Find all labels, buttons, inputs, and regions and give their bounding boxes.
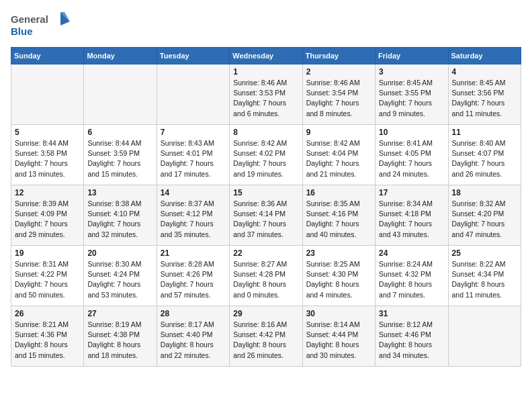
day-info: Sunrise: 8:14 AMSunset: 4:44 PMDaylight:… <box>306 320 371 361</box>
calendar-cell: 21Sunrise: 8:28 AMSunset: 4:26 PMDayligh… <box>157 246 229 306</box>
day-info: Sunrise: 8:17 AMSunset: 4:40 PMDaylight:… <box>161 320 226 361</box>
calendar-cell: 3Sunrise: 8:45 AMSunset: 3:55 PMDaylight… <box>375 64 448 125</box>
calendar-week-row: 5Sunrise: 8:44 AMSunset: 3:58 PMDaylight… <box>11 125 521 185</box>
calendar-cell: 8Sunrise: 8:42 AMSunset: 4:02 PMDaylight… <box>230 125 302 185</box>
calendar-cell: 12Sunrise: 8:39 AMSunset: 4:09 PMDayligh… <box>11 185 84 246</box>
calendar-cell: 16Sunrise: 8:35 AMSunset: 4:16 PMDayligh… <box>302 185 375 246</box>
day-number: 25 <box>452 248 517 258</box>
day-info: Sunrise: 8:39 AMSunset: 4:09 PMDaylight:… <box>15 199 80 240</box>
calendar-cell: 17Sunrise: 8:34 AMSunset: 4:18 PMDayligh… <box>375 185 448 246</box>
weekday-header-sunday: Sunday <box>11 48 84 64</box>
calendar-cell <box>11 64 84 125</box>
day-number: 29 <box>233 309 298 318</box>
day-info: Sunrise: 8:31 AMSunset: 4:22 PMDaylight:… <box>15 259 80 300</box>
day-number: 9 <box>306 128 371 137</box>
day-info: Sunrise: 8:24 AMSunset: 4:32 PMDaylight:… <box>379 259 444 300</box>
weekday-header-saturday: Saturday <box>448 48 521 64</box>
calendar-week-row: 1Sunrise: 8:46 AMSunset: 3:53 PMDaylight… <box>11 64 521 125</box>
logo-svg: General Blue <box>11 11 71 39</box>
calendar-cell: 7Sunrise: 8:43 AMSunset: 4:01 PMDaylight… <box>157 125 229 185</box>
calendar-cell: 4Sunrise: 8:45 AMSunset: 3:56 PMDaylight… <box>448 64 521 125</box>
day-info: Sunrise: 8:12 AMSunset: 4:46 PMDaylight:… <box>379 320 444 361</box>
day-info: Sunrise: 8:19 AMSunset: 4:38 PMDaylight:… <box>87 320 152 361</box>
day-info: Sunrise: 8:37 AMSunset: 4:12 PMDaylight:… <box>161 199 226 240</box>
weekday-header-friday: Friday <box>375 48 448 64</box>
svg-text:General: General <box>11 13 48 25</box>
calendar-cell: 11Sunrise: 8:40 AMSunset: 4:07 PMDayligh… <box>448 125 521 185</box>
day-info: Sunrise: 8:46 AMSunset: 3:53 PMDaylight:… <box>233 78 298 119</box>
weekday-header-row: SundayMondayTuesdayWednesdayThursdayFrid… <box>11 48 521 64</box>
calendar-cell: 30Sunrise: 8:14 AMSunset: 4:44 PMDayligh… <box>302 306 375 367</box>
day-number: 27 <box>87 309 152 318</box>
day-info: Sunrise: 8:42 AMSunset: 4:02 PMDaylight:… <box>233 138 298 179</box>
calendar-cell: 13Sunrise: 8:38 AMSunset: 4:10 PMDayligh… <box>84 185 157 246</box>
calendar-cell <box>84 64 157 125</box>
weekday-header-thursday: Thursday <box>302 48 375 64</box>
page-header: General Blue <box>11 11 521 39</box>
day-number: 12 <box>15 188 80 197</box>
day-info: Sunrise: 8:16 AMSunset: 4:42 PMDaylight:… <box>233 320 298 361</box>
calendar-cell: 23Sunrise: 8:25 AMSunset: 4:30 PMDayligh… <box>302 246 375 306</box>
day-info: Sunrise: 8:32 AMSunset: 4:20 PMDaylight:… <box>452 199 517 240</box>
calendar-cell: 1Sunrise: 8:46 AMSunset: 3:53 PMDaylight… <box>230 64 302 125</box>
day-number: 2 <box>306 67 371 77</box>
calendar-cell: 19Sunrise: 8:31 AMSunset: 4:22 PMDayligh… <box>11 246 84 306</box>
day-number: 26 <box>15 309 80 318</box>
day-number: 17 <box>379 188 444 197</box>
day-number: 15 <box>233 188 298 197</box>
calendar-week-row: 19Sunrise: 8:31 AMSunset: 4:22 PMDayligh… <box>11 246 521 306</box>
day-number: 22 <box>233 248 298 258</box>
day-info: Sunrise: 8:30 AMSunset: 4:24 PMDaylight:… <box>87 259 152 300</box>
calendar-cell: 9Sunrise: 8:42 AMSunset: 4:04 PMDaylight… <box>302 125 375 185</box>
calendar-cell: 29Sunrise: 8:16 AMSunset: 4:42 PMDayligh… <box>230 306 302 367</box>
calendar-week-row: 12Sunrise: 8:39 AMSunset: 4:09 PMDayligh… <box>11 185 521 246</box>
day-info: Sunrise: 8:41 AMSunset: 4:05 PMDaylight:… <box>379 138 444 179</box>
day-number: 4 <box>452 67 517 77</box>
day-info: Sunrise: 8:25 AMSunset: 4:30 PMDaylight:… <box>306 259 371 300</box>
day-info: Sunrise: 8:43 AMSunset: 4:01 PMDaylight:… <box>161 138 226 179</box>
day-number: 10 <box>379 128 444 137</box>
day-info: Sunrise: 8:34 AMSunset: 4:18 PMDaylight:… <box>379 199 444 240</box>
day-number: 14 <box>161 188 226 197</box>
day-number: 30 <box>306 309 371 318</box>
day-number: 11 <box>452 128 517 137</box>
calendar-cell: 6Sunrise: 8:44 AMSunset: 3:59 PMDaylight… <box>84 125 157 185</box>
day-info: Sunrise: 8:22 AMSunset: 4:34 PMDaylight:… <box>452 259 517 300</box>
day-info: Sunrise: 8:42 AMSunset: 4:04 PMDaylight:… <box>306 138 371 179</box>
calendar-week-row: 26Sunrise: 8:21 AMSunset: 4:36 PMDayligh… <box>11 306 521 367</box>
day-info: Sunrise: 8:28 AMSunset: 4:26 PMDaylight:… <box>161 259 226 300</box>
day-number: 24 <box>379 248 444 258</box>
day-number: 23 <box>306 248 371 258</box>
day-number: 21 <box>161 248 226 258</box>
day-number: 6 <box>87 128 152 137</box>
day-info: Sunrise: 8:45 AMSunset: 3:56 PMDaylight:… <box>452 78 517 119</box>
day-number: 13 <box>87 188 152 197</box>
day-info: Sunrise: 8:40 AMSunset: 4:07 PMDaylight:… <box>452 138 517 179</box>
day-info: Sunrise: 8:45 AMSunset: 3:55 PMDaylight:… <box>379 78 444 119</box>
weekday-header-wednesday: Wednesday <box>230 48 302 64</box>
day-info: Sunrise: 8:35 AMSunset: 4:16 PMDaylight:… <box>306 199 371 240</box>
logo: General Blue <box>11 11 71 39</box>
weekday-header-monday: Monday <box>84 48 157 64</box>
calendar-cell: 2Sunrise: 8:46 AMSunset: 3:54 PMDaylight… <box>302 64 375 125</box>
calendar-cell: 31Sunrise: 8:12 AMSunset: 4:46 PMDayligh… <box>375 306 448 367</box>
day-info: Sunrise: 8:21 AMSunset: 4:36 PMDaylight:… <box>15 320 80 361</box>
day-info: Sunrise: 8:38 AMSunset: 4:10 PMDaylight:… <box>87 199 152 240</box>
calendar-cell: 28Sunrise: 8:17 AMSunset: 4:40 PMDayligh… <box>157 306 229 367</box>
day-info: Sunrise: 8:44 AMSunset: 3:58 PMDaylight:… <box>15 138 80 179</box>
day-info: Sunrise: 8:36 AMSunset: 4:14 PMDaylight:… <box>233 199 298 240</box>
calendar-cell: 24Sunrise: 8:24 AMSunset: 4:32 PMDayligh… <box>375 246 448 306</box>
calendar-cell: 22Sunrise: 8:27 AMSunset: 4:28 PMDayligh… <box>230 246 302 306</box>
weekday-header-tuesday: Tuesday <box>157 48 229 64</box>
day-number: 8 <box>233 128 298 137</box>
calendar-cell <box>448 306 521 367</box>
day-number: 16 <box>306 188 371 197</box>
calendar-cell <box>157 64 229 125</box>
calendar-cell: 20Sunrise: 8:30 AMSunset: 4:24 PMDayligh… <box>84 246 157 306</box>
day-number: 3 <box>379 67 444 77</box>
calendar-cell: 10Sunrise: 8:41 AMSunset: 4:05 PMDayligh… <box>375 125 448 185</box>
day-number: 19 <box>15 248 80 258</box>
day-number: 28 <box>161 309 226 318</box>
calendar-cell: 5Sunrise: 8:44 AMSunset: 3:58 PMDaylight… <box>11 125 84 185</box>
day-info: Sunrise: 8:44 AMSunset: 3:59 PMDaylight:… <box>87 138 152 179</box>
